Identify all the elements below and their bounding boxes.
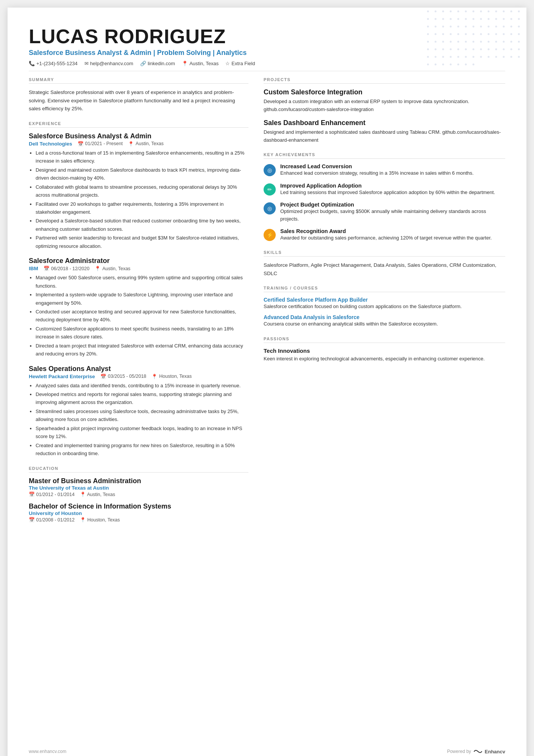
svg-point-1 xyxy=(435,11,437,13)
calendar-icon-3: 📅 xyxy=(100,374,106,379)
edu-1-school: The University of Texas at Austin xyxy=(29,485,248,491)
candidate-subtitle: Salesforce Business Analyst & Admin | Pr… xyxy=(29,49,505,57)
svg-point-7 xyxy=(480,11,482,13)
svg-point-8 xyxy=(488,11,490,13)
job-2-bullets: Managed over 500 Salesforce users, ensur… xyxy=(29,274,248,358)
svg-point-5 xyxy=(465,11,467,13)
achievement-2-title: Improved Application Adoption xyxy=(280,183,495,189)
edu-1-location: 📍 Austin, Texas xyxy=(80,491,115,497)
pin-icon: 📍 xyxy=(80,492,86,497)
svg-point-15 xyxy=(442,18,444,20)
passion-1-title: Tech Innovations xyxy=(264,347,505,354)
achievement-1-icon: ◎ xyxy=(264,164,276,176)
contact-email: ✉ help@enhancv.com xyxy=(84,61,133,66)
bullet: Created and implemented training program… xyxy=(36,441,248,458)
bullet: Implemented a system-wide upgrade to Sal… xyxy=(36,291,248,307)
candidate-name: LUCAS RODRIGUEZ xyxy=(29,26,505,47)
footer-brand: Powered by Enhancv xyxy=(447,748,505,754)
cal-icon-2: 📅 xyxy=(29,517,35,523)
summary-text: Strategic Salesforce professional with o… xyxy=(29,88,248,113)
achievement-3-desc: Optimized project budgets, saving $500K … xyxy=(280,208,505,223)
pin-icon-2: 📍 xyxy=(80,517,86,523)
svg-point-64 xyxy=(518,41,520,43)
job-3-location: 📍 Houston, Texas xyxy=(151,374,192,379)
svg-point-23 xyxy=(503,18,505,20)
svg-point-14 xyxy=(435,18,437,20)
achievement-3: ◎ Project Budget Optimization Optimized … xyxy=(264,202,505,223)
project-2-title: Sales Dashboard Enhancement xyxy=(264,119,505,127)
job-1-location: 📍 Austin, Texas xyxy=(128,141,164,147)
bullet: Collaborated with global teams to stream… xyxy=(36,183,248,199)
star-icon: ☆ xyxy=(225,61,230,66)
svg-point-37 xyxy=(511,26,512,28)
bullet: Spearheaded a pilot project improving cu… xyxy=(36,424,248,441)
enhancv-logo-icon xyxy=(473,748,482,754)
svg-point-16 xyxy=(450,18,452,20)
job-1-bullets: Led a cross-functional team of 15 in imp… xyxy=(29,149,248,250)
achievement-4-desc: Awarded for outstanding sales performanc… xyxy=(280,234,492,242)
passion-1-desc: Keen interest in exploring technological… xyxy=(264,355,505,363)
edu-2-degree: Bachelor of Science in Information Syste… xyxy=(29,502,248,510)
job-2-date: 📅 06/2018 - 12/2020 xyxy=(44,266,89,271)
job-3-bullets: Analyzed sales data and identified trend… xyxy=(29,382,248,458)
bullet: Facilitated over 20 workshops to gather … xyxy=(36,200,248,216)
summary-section: SUMMARY Strategic Salesforce professiona… xyxy=(29,77,248,113)
svg-point-51 xyxy=(518,33,520,35)
skills-title: SKILLS xyxy=(264,250,505,257)
summary-title: SUMMARY xyxy=(29,77,248,84)
pin-icon-2: 📍 xyxy=(95,266,101,271)
achievements-section: KEY ACHIEVEMENTS ◎ Increased Lead Conver… xyxy=(264,152,505,242)
svg-point-76 xyxy=(511,49,512,50)
job-3: Sales Operations Analyst Hewlett Packard… xyxy=(29,365,248,458)
edu-2: Bachelor of Science in Information Syste… xyxy=(29,502,248,523)
pin-icon-3: 📍 xyxy=(151,374,158,379)
edu-2-location: 📍 Houston, Texas xyxy=(80,517,120,523)
bullet: Partnered with senior leadership to fore… xyxy=(36,234,248,250)
experience-section: EXPERIENCE Salesforce Business Analyst &… xyxy=(29,121,248,458)
svg-point-89 xyxy=(511,56,512,58)
training-2-title: Advanced Data Analysis in Salesforce xyxy=(264,314,505,320)
bullet: Led a cross-functional team of 15 in imp… xyxy=(36,149,248,165)
projects-section: PROJECTS Custom Salesforce Integration D… xyxy=(264,77,505,144)
job-1-meta: Dell Technologies 📅 01/2021 - Present 📍 … xyxy=(29,141,248,147)
svg-point-18 xyxy=(465,18,467,20)
experience-title: EXPERIENCE xyxy=(29,121,248,128)
bullet: Managed over 500 Salesforce users, ensur… xyxy=(36,274,248,290)
powered-by-text: Powered by xyxy=(447,749,471,754)
svg-point-3 xyxy=(450,11,452,13)
svg-point-10 xyxy=(503,11,505,13)
svg-point-9 xyxy=(495,11,497,13)
job-2-company: IBM xyxy=(29,266,38,271)
svg-point-25 xyxy=(518,18,520,20)
bullet: Customized Salesforce applications to me… xyxy=(36,325,248,341)
edu-1-date: 📅 01/2012 - 01/2014 xyxy=(29,491,75,497)
footer: www.enhancv.com Powered by Enhancv xyxy=(29,748,505,754)
edu-1-meta: 📅 01/2012 - 01/2014 📍 Austin, Texas xyxy=(29,491,248,497)
job-1-company: Dell Technologies xyxy=(29,141,72,147)
achievements-title: KEY ACHIEVEMENTS xyxy=(264,152,505,159)
svg-point-4 xyxy=(457,11,459,13)
phone-icon: 📞 xyxy=(29,61,35,66)
achievement-3-content: Project Budget Optimization Optimized pr… xyxy=(280,202,505,223)
bullet: Developed a Salesforce-based solution th… xyxy=(36,217,248,233)
linkedin-icon: 🔗 xyxy=(140,61,146,66)
achievement-4-content: Sales Recognition Award Awarded for outs… xyxy=(280,228,492,242)
training-1-desc: Salesforce certification focused on buil… xyxy=(264,303,505,310)
svg-point-11 xyxy=(511,11,512,13)
job-3-meta: Hewlett Packard Enterprise 📅 03/2015 - 0… xyxy=(29,374,248,379)
job-2: Salesforce Administrator IBM 📅 06/2018 -… xyxy=(29,257,248,358)
project-1-title: Custom Salesforce Integration xyxy=(264,88,505,96)
pin-icon-1: 📍 xyxy=(128,141,134,147)
svg-point-19 xyxy=(473,18,475,20)
achievement-4-icon: ⚡ xyxy=(264,229,276,241)
enhancv-brand-name: Enhancv xyxy=(485,749,505,754)
passions-section: PASSIONS Tech Innovations Keen interest … xyxy=(264,337,505,363)
edu-1-degree: Master of Business Administration xyxy=(29,477,248,485)
job-2-location: 📍 Austin, Texas xyxy=(95,266,130,271)
svg-point-6 xyxy=(473,11,475,13)
project-2-desc: Designed and implemented a sophisticated… xyxy=(264,128,505,144)
job-1-date: 📅 01/2021 - Present xyxy=(78,141,123,147)
training-1: Certified Salesforce Platform App Builde… xyxy=(264,297,505,310)
svg-point-13 xyxy=(427,18,429,20)
svg-point-12 xyxy=(518,11,520,13)
